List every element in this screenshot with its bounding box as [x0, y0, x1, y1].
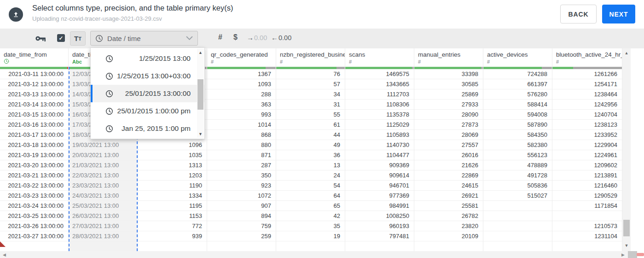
corner-pink-marker	[637, 253, 644, 256]
table-cell: 36	[276, 150, 345, 160]
table-column-nzbn_registered_busine[interactable]: nzbn_registered_busine#76573431556144493…	[276, 48, 345, 251]
table-cell: 20109	[414, 231, 483, 241]
app-header: Select columns type, precision, and the …	[0, 0, 644, 29]
column-type-badge: #	[280, 59, 345, 65]
table-column-qr_codes_generated[interactable]: qr_codes_generated#136710932883639931014…	[207, 48, 276, 251]
column-header[interactable]: bluetooth_active_24_hr_#	[552, 48, 622, 67]
table-cell: 556123	[483, 150, 552, 160]
table-cell: 76	[276, 69, 345, 79]
table-cell: 1108306	[345, 100, 414, 110]
table-cell: 1367	[207, 69, 276, 79]
clock-icon	[105, 107, 113, 115]
table-cell: 1112703	[345, 89, 414, 100]
clock-icon	[105, 125, 113, 133]
text-type-button[interactable]: TT	[70, 31, 86, 46]
table-cell: 1008250	[345, 211, 414, 221]
scroll-down-icon[interactable]: ▼	[622, 243, 631, 248]
option-label: 1/25/2015 13:00	[113, 54, 191, 63]
scroll-up-icon[interactable]: ▲	[622, 51, 631, 55]
table-cell	[483, 231, 552, 241]
scroll-right-icon[interactable]: ▶	[621, 252, 625, 257]
currency-type-button[interactable]: $	[233, 33, 238, 41]
table-cell: 797481	[345, 231, 414, 241]
column-type-badge: #	[211, 59, 276, 65]
date-format-option[interactable]: Jan 25, 2015 1:00 pm	[91, 120, 204, 137]
date-format-option[interactable]: 25/01/2015 1:00:00 pm	[91, 102, 204, 120]
table-cell: 1334	[138, 191, 207, 201]
decimal-decrease-button[interactable]: ← 0.00	[271, 34, 291, 41]
primary-key-icon[interactable]	[35, 35, 46, 44]
type-option-list: 1/25/2015 13:001/25/2015 13:00+03:0025/0…	[91, 50, 204, 137]
table-cell: 2021-03-24 13:00:00	[0, 201, 68, 211]
column-type-toolbar: ✓ TT Date / time # $ → 0.00 ← 0.00	[0, 29, 644, 48]
column-header[interactable]: manual_entries#	[414, 48, 483, 67]
back-button[interactable]: BACK	[560, 5, 597, 23]
option-label: 1/25/2015 13:00+03:00	[113, 72, 191, 80]
column-name: manual_entries	[418, 51, 483, 59]
column-header[interactable]: date_time_from	[0, 48, 68, 67]
table-cell: 1104477	[345, 150, 414, 160]
table-cell: 478889	[483, 160, 552, 170]
table-cell: 1469575	[345, 69, 414, 79]
vertical-scrollbar[interactable]: ▲ ▼	[622, 48, 631, 251]
table-cell: 1140730	[345, 140, 414, 150]
clock-icon	[95, 35, 103, 42]
upload-wizard-screen: Select columns type, precision, and the …	[0, 0, 644, 258]
option-label: 25/01/2015 13:00:00	[113, 89, 191, 98]
column-header[interactable]: active_devices#	[483, 48, 552, 67]
date-format-dropdown-panel: 1/25/2015 13:001/25/2015 13:00+03:0025/0…	[90, 47, 205, 139]
scroll-left-icon[interactable]: ◀	[3, 252, 6, 257]
page-subtitle: Uploading nz-covid-tracer-usage-2021-03-…	[32, 15, 162, 22]
column-header[interactable]: scans#	[345, 48, 414, 67]
table-cell: 24/03/2021 13:00	[70, 191, 137, 201]
date-format-option[interactable]: 1/25/2015 13:00+03:00	[91, 67, 204, 85]
date-format-option[interactable]: 25/01/2015 13:00:00	[91, 85, 204, 102]
table-cell: 24615	[414, 181, 483, 191]
table-cell: 1229904	[552, 140, 622, 150]
table-cell: 1210573	[552, 221, 622, 231]
scroll-up-icon[interactable]: ▲	[197, 50, 204, 55]
table-column-manual_entries[interactable]: manual_entries#3339830585258692793328090…	[414, 48, 483, 251]
type-select-dropdown[interactable]: Date / time	[90, 31, 198, 46]
table-cell: 54	[276, 181, 345, 191]
chevron-down-icon	[186, 36, 193, 41]
column-header[interactable]: nzbn_registered_busine#	[276, 48, 345, 67]
table-column-active_devices[interactable]: active_devices#7242886613975762805884145…	[483, 48, 552, 251]
number-type-button[interactable]: #	[218, 33, 222, 41]
table-cell: 977369	[345, 191, 414, 201]
table-cell: 1153	[138, 211, 207, 221]
table-column-date_time_from[interactable]: date_time_from2021-03-11 13:00:002021-03…	[0, 48, 69, 251]
checkbox-checked[interactable]: ✓	[57, 34, 65, 42]
table-cell: 35	[276, 221, 345, 231]
table-cell: 984991	[345, 201, 414, 211]
table-cell	[552, 211, 622, 221]
decimal-increase-button[interactable]: → 0.00	[247, 34, 267, 41]
vertical-scroll-thumb[interactable]	[623, 220, 630, 236]
table-cell: 19/03/2021 13:00	[70, 140, 137, 150]
table-cell: 1125029	[345, 120, 414, 130]
right-arrow-icon: →	[247, 34, 254, 41]
dropdown-scroll-thumb[interactable]	[197, 79, 203, 110]
table-cell: 30585	[414, 79, 483, 89]
table-cell: 2021-03-12 13:00:00	[0, 79, 68, 89]
table-cell: 1096	[138, 140, 207, 150]
table-cell: 2021-03-18 13:00:00	[0, 140, 68, 150]
column-type-badge: #	[349, 59, 414, 65]
column-header[interactable]: qr_codes_generated#	[207, 48, 276, 67]
horizontal-scrollbar[interactable]: ◀ ▶	[0, 251, 628, 258]
scroll-down-icon[interactable]: ▼	[197, 132, 204, 136]
table-cell: 1014	[207, 120, 276, 130]
table-cell: 1242956	[552, 100, 622, 110]
column-name: scans	[349, 51, 414, 59]
table-column-scans[interactable]: scans#1469575134366511127031108306113537…	[345, 48, 414, 251]
table-cell: 939	[138, 231, 207, 241]
table-cell: 909369	[345, 160, 414, 170]
table-cell: 21626	[414, 160, 483, 170]
table-column-bluetooth_active_24_hr_[interactable]: bluetooth_active_24_hr_#1261266125417112…	[552, 48, 622, 251]
date-format-option[interactable]: 1/25/2015 13:00	[91, 50, 204, 67]
dropdown-scrollbar[interactable]: ▲ ▼	[197, 49, 204, 138]
table-cell: 259	[207, 231, 276, 241]
next-button[interactable]: NEXT	[602, 5, 635, 23]
table-cell: 1035	[138, 150, 207, 160]
scrollbar-corner	[628, 251, 637, 258]
